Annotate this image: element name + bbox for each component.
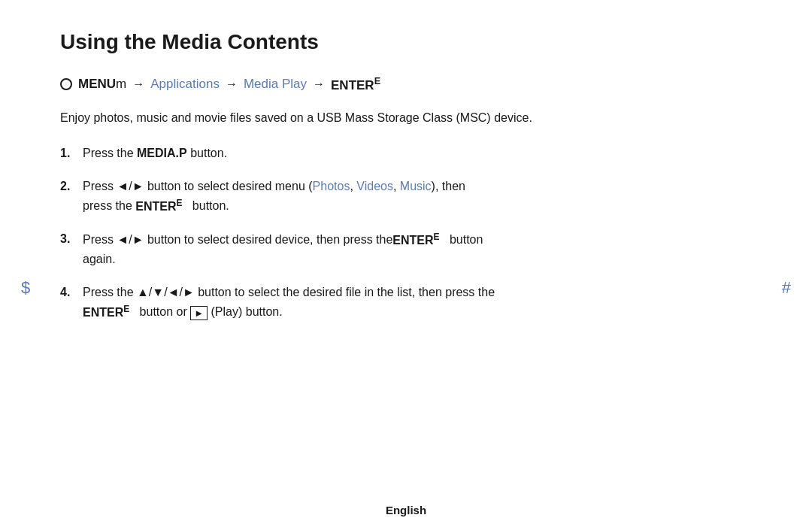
step-3-number: 3. <box>60 229 83 249</box>
arrow-2: → <box>226 77 238 91</box>
step-1-text: Press the MEDIA.P button. <box>83 144 752 163</box>
content-area: Using the Media Contents MENUm → Applica… <box>60 30 752 335</box>
menu-label: MENUm <box>78 77 126 92</box>
step-4-number: 4. <box>60 283 83 302</box>
step-2-number: 2. <box>60 177 83 196</box>
step-3-enter: ENTERE <box>392 234 439 247</box>
step-2-text: Press ◄/► button to select desired menu … <box>83 177 752 217</box>
step-1: 1. Press the MEDIA.P button. <box>60 144 752 163</box>
play-button-icon: ► <box>190 306 208 321</box>
side-marker-right: # <box>782 278 791 298</box>
step-2-enter: ENTERE <box>135 200 182 213</box>
footer: English <box>0 504 812 516</box>
photos-link: Photos <box>313 180 350 192</box>
step-1-number: 1. <box>60 144 83 163</box>
step-4-text: Press the ▲/▼/◄/► button to select the d… <box>83 283 752 323</box>
step-4-enter: ENTERE <box>83 306 129 319</box>
step-2: 2. Press ◄/► button to select desired me… <box>60 177 752 217</box>
side-marker-left: $ <box>21 278 30 298</box>
steps-list: 1. Press the MEDIA.P button. 2. Press ◄/… <box>60 144 752 322</box>
menu-path: MENUm → Applications → Media Play → ENTE… <box>60 75 752 93</box>
step-3: 3. Press ◄/► button to select desired de… <box>60 229 752 269</box>
step-1-bold: MEDIA.P <box>137 147 187 159</box>
step-4: 4. Press the ▲/▼/◄/► button to select th… <box>60 283 752 323</box>
enter-label: ENTERE <box>331 75 380 93</box>
arrow-3: → <box>313 77 325 91</box>
arrow-1: → <box>132 77 144 91</box>
page-title: Using the Media Contents <box>60 30 752 54</box>
applications-link: Applications <box>150 77 220 92</box>
media-play-link: Media Play <box>244 77 307 92</box>
description-text: Enjoy photos, music and movie files save… <box>60 108 752 128</box>
step-3-text: Press ◄/► button to select desired devic… <box>83 229 752 269</box>
music-link: Music <box>400 180 432 192</box>
videos-link: Videos <box>356 180 393 192</box>
page-container: $ # Using the Media Contents MENUm → App… <box>0 0 812 530</box>
menu-circle-icon <box>60 78 72 90</box>
